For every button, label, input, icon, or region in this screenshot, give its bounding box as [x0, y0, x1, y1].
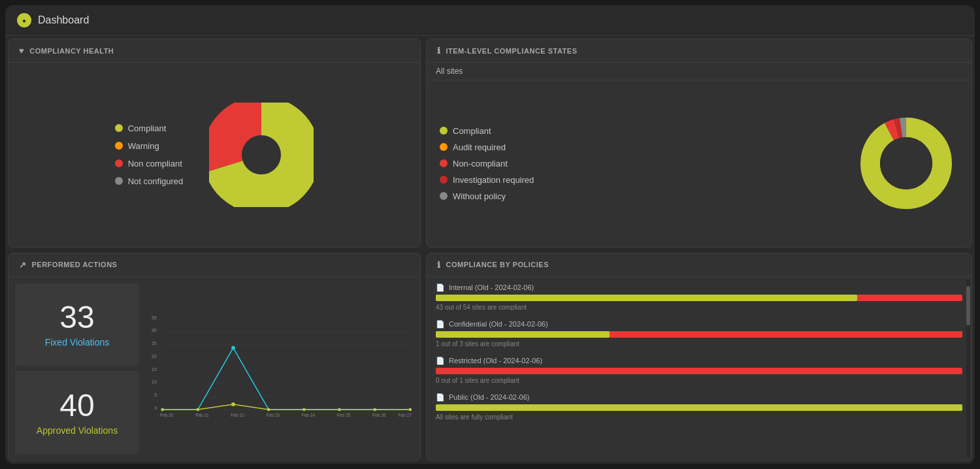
scrollbar-track[interactable] [966, 280, 970, 459]
info-icon: ℹ [437, 46, 441, 56]
svg-point-46 [409, 408, 412, 410]
non-compliant-dot [115, 159, 123, 167]
svg-text:Feb 25: Feb 25 [337, 412, 351, 417]
app-icon: ● [17, 13, 31, 27]
policies-header: ℹ COMPLIANCE BY POLICIES [427, 253, 972, 277]
policies-icon: ℹ [437, 260, 441, 270]
svg-text:Feb 27: Feb 27 [399, 412, 412, 417]
policy-fill-confidential [436, 331, 610, 338]
policy-bar-internal [436, 295, 962, 301]
main-grid: ♥ COMPLIANCY HEALTH Compliant Warning N [5, 36, 975, 464]
svg-text:0: 0 [154, 404, 157, 410]
svg-text:30: 30 [152, 327, 157, 333]
policy-title-restricted: 📄 Restricted (Old - 2024-02-06) [436, 357, 962, 365]
performed-actions-panel: ↗ PERFORMED ACTIONS 33 Fixed Violations … [8, 253, 421, 462]
svg-point-41 [231, 402, 235, 406]
legend-non-compliant: Non compliant [115, 159, 184, 169]
svg-text:Feb 22: Feb 22 [231, 412, 244, 417]
sites-filter[interactable]: All sites [427, 63, 972, 80]
il-investigation-dot [440, 176, 448, 184]
fixed-violations-card: 33 Fixed Violations [15, 283, 139, 366]
violations-sidebar: 33 Fixed Violations 40 Approved Violatio… [8, 277, 146, 461]
dashboard-title: Dashboard [38, 14, 89, 26]
policy-title-public: 📄 Public (Old - 2024-02-06) [436, 393, 962, 402]
svg-point-39 [161, 408, 163, 410]
svg-text:10: 10 [152, 379, 157, 385]
item-level-panel: ℹ ITEM-LEVEL COMPLIANCE STATES All sites… [426, 39, 972, 248]
legend-warning: Warning [115, 141, 184, 151]
policy-file-icon-2: 📄 [436, 320, 445, 329]
svg-point-40 [197, 408, 199, 410]
svg-text:Feb 26: Feb 26 [372, 412, 386, 417]
health-pie-chart [209, 103, 314, 207]
svg-point-33 [231, 346, 235, 349]
il-legend-investigation: Investigation required [440, 175, 841, 185]
compliancy-health-panel: ♥ COMPLIANCY HEALTH Compliant Warning N [8, 39, 421, 248]
svg-text:5: 5 [154, 392, 157, 398]
item-level-legend: Compliant Audit required Non-compliant I… [440, 126, 841, 201]
dashboard-container: ● Dashboard ♥ COMPLIANCY HEALTH Complian… [5, 5, 975, 464]
item-level-donut [854, 111, 958, 216]
policy-item-internal: 📄 Internal (Old - 2024-02-06) 43 out of … [436, 283, 962, 311]
health-panel-header: ♥ COMPLIANCY HEALTH [8, 39, 420, 63]
scrollbar-thumb[interactable] [966, 286, 970, 325]
svg-text:Feb 24: Feb 24 [302, 412, 316, 417]
il-without-policy-dot [440, 192, 448, 200]
il-legend-audit: Audit required [440, 142, 841, 152]
actions-header: ↗ PERFORMED ACTIONS [8, 253, 420, 277]
policy-bar-public [436, 404, 962, 411]
policy-file-icon-3: 📄 [436, 357, 445, 365]
svg-text:15: 15 [152, 366, 157, 372]
svg-point-43 [302, 408, 305, 410]
svg-point-44 [338, 408, 340, 410]
policy-item-public: 📄 Public (Old - 2024-02-06) All sites ar… [436, 393, 962, 421]
approved-violations-card: 40 Approved Violations [15, 371, 139, 454]
svg-text:25: 25 [152, 340, 157, 346]
legend-compliant: Compliant [115, 123, 184, 133]
policy-title-internal: 📄 Internal (Old - 2024-02-06) [436, 283, 962, 292]
svg-point-6 [880, 137, 932, 189]
policy-item-confidential: 📄 Confidential (Old - 2024-02-06) 1 out … [436, 320, 962, 348]
policy-title-confidential: 📄 Confidential (Old - 2024-02-06) [436, 320, 962, 329]
item-level-header: ℹ ITEM-LEVEL COMPLIANCE STATES [427, 39, 972, 63]
policy-fill-internal [436, 295, 857, 301]
svg-text:Feb 21: Feb 21 [195, 412, 209, 417]
not-configured-dot [115, 177, 123, 185]
item-level-content: Compliant Audit required Non-compliant I… [427, 80, 972, 247]
policy-bar-confidential [436, 331, 962, 338]
svg-text:20: 20 [152, 353, 157, 359]
svg-text:Feb 23: Feb 23 [267, 412, 280, 417]
policy-file-icon: 📄 [436, 283, 445, 292]
policy-bar-restricted [436, 368, 962, 374]
il-legend-without-policy: Without policy [440, 191, 841, 201]
title-bar: ● Dashboard [5, 5, 975, 36]
policy-fill-public [436, 404, 962, 411]
svg-text:Feb 20: Feb 20 [160, 412, 174, 417]
svg-point-45 [374, 408, 376, 410]
actions-content: 33 Fixed Violations 40 Approved Violatio… [8, 277, 420, 461]
compliance-by-policies-panel: ℹ COMPLIANCE BY POLICIES 📄 Internal (Old… [426, 253, 972, 462]
il-legend-compliant: Compliant [440, 126, 841, 136]
heart-icon: ♥ [19, 46, 24, 56]
svg-point-42 [267, 408, 270, 410]
il-non-compliant-dot [440, 159, 448, 167]
legend-not-configured: Not configured [115, 176, 184, 186]
svg-text:35: 35 [152, 314, 157, 320]
line-chart-area: 0 5 10 15 20 25 30 35 [146, 277, 420, 461]
warning-dot [115, 142, 123, 150]
policies-content: 📄 Internal (Old - 2024-02-06) 43 out of … [427, 277, 972, 461]
policy-file-icon-4: 📄 [436, 393, 445, 402]
health-content: Compliant Warning Non compliant Not conf… [8, 63, 420, 247]
compliant-dot [115, 124, 123, 132]
il-audit-dot [440, 143, 448, 151]
il-legend-non-compliant: Non-compliant [440, 159, 841, 169]
health-legend: Compliant Warning Non compliant Not conf… [115, 123, 184, 186]
chart-icon: ↗ [19, 260, 27, 270]
policy-item-restricted: 📄 Restricted (Old - 2024-02-06) 0 out of… [436, 357, 962, 384]
il-compliant-dot [440, 127, 448, 135]
